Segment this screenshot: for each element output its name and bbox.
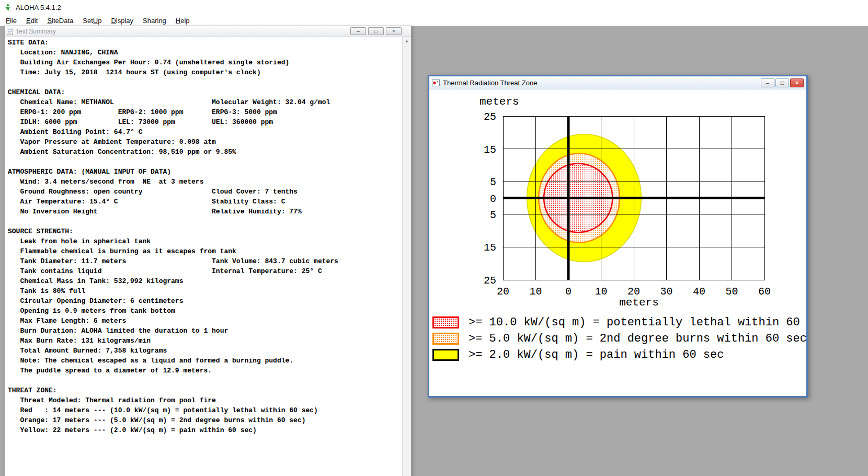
text-summary-title: Text Summary xyxy=(16,28,56,35)
text-summary-content: SITE DATA: Location: NANJING, CHINA Buil… xyxy=(5,37,411,476)
menu-item-display[interactable]: Display xyxy=(106,16,138,26)
menu-item-setup[interactable]: SetUp xyxy=(78,16,106,26)
y-tick-label: 15 xyxy=(484,144,496,156)
y-tick-label: 5 xyxy=(490,209,496,221)
x-tick-label: 20 xyxy=(627,286,640,298)
close-button[interactable]: × xyxy=(790,78,804,87)
menu-bar: File Edit SiteData SetUp Display Sharing… xyxy=(0,15,868,26)
x-tick-label: 10 xyxy=(595,286,607,298)
x-tick-label: 30 xyxy=(660,286,672,298)
y-tick-label: 25 xyxy=(484,111,496,123)
app-icon xyxy=(4,4,12,12)
legend-row-red: >= 10.0 kW/(sq m) = potentially lethal w… xyxy=(432,316,806,328)
legend-swatch-yellow xyxy=(432,349,459,361)
threat-zone-window-title: Thermal Radiation Threat Zone xyxy=(443,79,537,87)
minimize-button[interactable]: – xyxy=(761,78,774,87)
legend-swatch-orange xyxy=(432,333,459,345)
text-summary-window-icon xyxy=(7,28,13,35)
x-tick-label: 10 xyxy=(529,286,542,298)
menu-item-help[interactable]: Help xyxy=(171,16,195,26)
y-tick-label: 0 xyxy=(490,193,496,205)
x-tick-label: 20 xyxy=(497,286,509,298)
legend-label-yellow: >= 2.0 kW/(sq m) = pain within 60 sec xyxy=(469,348,724,361)
maximize-button[interactable]: □ xyxy=(368,27,384,35)
menu-item-file[interactable]: File xyxy=(1,16,21,26)
threat-zone-plot: 2010010203040506025155051525 xyxy=(429,89,806,314)
app-titlebar[interactable]: ALOHA 5.4.1.2 xyxy=(0,0,868,15)
y-tick-label: 5 xyxy=(490,176,496,188)
legend-row-orange: >= 5.0 kW/(sq m) = 2nd degree burns with… xyxy=(432,333,806,345)
scroll-up-icon[interactable]: ▲ xyxy=(403,37,411,46)
minimize-button[interactable]: – xyxy=(350,27,366,35)
x-tick-label: 50 xyxy=(725,286,738,298)
maximize-button[interactable]: □ xyxy=(775,78,789,87)
threat-zone-chart-area: meters 2010010203040506025155051525 mete… xyxy=(429,89,806,396)
menu-item-sharing[interactable]: Sharing xyxy=(138,16,171,26)
text-summary-titlebar[interactable]: Text Summary – □ × xyxy=(5,26,411,37)
text-summary-scrollbar[interactable]: ▲ xyxy=(402,37,411,476)
app-window-chrome: ALOHA 5.4.1.2 File Edit SiteData SetUp D… xyxy=(0,0,868,26)
threat-zone-window-icon xyxy=(432,80,440,86)
close-button[interactable]: × xyxy=(386,27,402,35)
x-tick-label: 60 xyxy=(758,286,771,298)
menu-item-sitedata[interactable]: SiteData xyxy=(42,16,78,26)
legend-label-orange: >= 5.0 kW/(sq m) = 2nd degree burns with… xyxy=(469,332,806,345)
x-axis-title: meters xyxy=(503,297,775,309)
text-summary-window-controls: – □ × xyxy=(350,27,402,35)
threat-zone-window: Thermal Radiation Threat Zone – □ × mete… xyxy=(428,75,808,398)
threat-zone-window-controls: – □ × xyxy=(761,78,804,87)
text-summary-window: Text Summary – □ × SITE DATA: Location: … xyxy=(4,26,412,476)
legend-row-yellow: >= 2.0 kW/(sq m) = pain within 60 sec xyxy=(432,349,724,361)
desktop: { "app": { "title": "ALOHA 5.4.1.2", "me… xyxy=(0,0,868,476)
app-title: ALOHA 5.4.1.2 xyxy=(16,4,61,12)
y-tick-label: 15 xyxy=(484,242,496,254)
legend-swatch-red xyxy=(432,316,459,328)
menu-item-edit[interactable]: Edit xyxy=(21,16,42,26)
legend-label-red: >= 10.0 kW/(sq m) = potentially lethal w… xyxy=(469,316,806,329)
x-tick-label: 0 xyxy=(565,286,572,298)
x-tick-label: 40 xyxy=(693,286,705,298)
text-summary-text: SITE DATA: Location: NANJING, CHINA Buil… xyxy=(5,37,411,435)
y-tick-label: 25 xyxy=(484,275,496,287)
threat-zone-titlebar[interactable]: Thermal Radiation Threat Zone – □ × xyxy=(429,76,806,89)
